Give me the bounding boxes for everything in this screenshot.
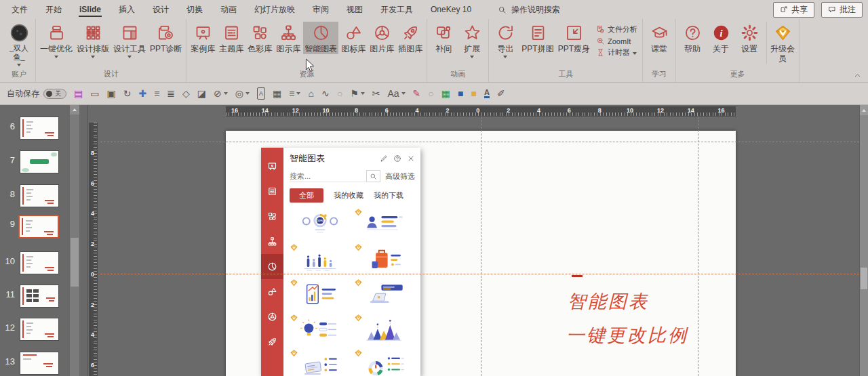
brush-icon[interactable]: ✎ [413, 88, 421, 99]
dialog-sidebar-smart-chart[interactable] [261, 254, 283, 279]
slide-thumbnail-6[interactable] [20, 117, 58, 139]
eyedropper-icon[interactable]: ✐ [497, 88, 505, 99]
close-icon[interactable] [407, 154, 415, 163]
dialog-sidebar-picture-lib[interactable] [261, 304, 283, 329]
dialog-sidebar-illustration-lib[interactable] [261, 329, 283, 354]
color-library-button[interactable]: 色彩库 [246, 22, 273, 54]
menu-tab-insert[interactable]: 插入 [110, 0, 144, 19]
column-chart-template[interactable] [290, 243, 351, 278]
tween-button[interactable]: 补间 [430, 22, 457, 54]
person-bar-chart-template[interactable] [354, 207, 416, 243]
slide-title-text[interactable]: 智能图表 [568, 289, 649, 314]
menu-tab-review[interactable]: 审阅 [304, 0, 338, 19]
scroll-up-button[interactable] [70, 105, 79, 114]
menu-tab-design[interactable]: 设计 [144, 0, 178, 19]
autosave-switch[interactable]: 关 [43, 89, 66, 99]
scrollbar-thumb[interactable] [861, 268, 867, 289]
save-icon[interactable]: ▤ [74, 88, 83, 99]
dialog-sidebar-case-lib[interactable] [261, 154, 283, 179]
suitcase-chart-template[interactable] [354, 243, 416, 278]
scroll-up-button[interactable] [860, 105, 868, 115]
ink-icon[interactable]: ∿ [321, 88, 330, 99]
design-layout-button[interactable]: 设计排版 [75, 22, 111, 59]
align-center-icon[interactable]: ≡ [154, 88, 159, 99]
dialog-tab-all[interactable]: 全部 [290, 188, 323, 203]
dialog-sidebar-color-lib[interactable] [261, 204, 283, 229]
dialog-sidebar-icon-lib[interactable] [261, 279, 283, 304]
ppt-diagnose-button[interactable]: PPT诊断 [149, 22, 183, 54]
table-style-icon[interactable]: ▦ [441, 88, 450, 99]
upgrade-vip-button[interactable]: 升级会员 [766, 22, 796, 64]
help-button[interactable]: 帮助 [679, 22, 706, 54]
ppt-slim-button[interactable]: PPT瘦身 [557, 22, 591, 54]
tell-me-search[interactable]: 操作说明搜索 [498, 4, 560, 16]
shape-fill-icon[interactable]: ◪ [197, 88, 206, 99]
no-outline-icon[interactable]: ⊘ [214, 88, 228, 99]
guide-vertical[interactable] [698, 117, 698, 376]
timer-button[interactable]: 计时器 [596, 47, 637, 58]
crop-icon[interactable]: ✂ [372, 88, 380, 99]
distribute-icon[interactable]: ≣ [167, 88, 175, 99]
slide-thumbnail-8[interactable] [20, 185, 58, 207]
slide-subtitle-text[interactable]: 一键更改比例 [566, 323, 688, 348]
menu-tab-file[interactable]: 文件 [3, 0, 37, 19]
fill-blue-icon[interactable]: ■ [458, 88, 463, 99]
search-button[interactable] [366, 170, 380, 182]
change-case-icon[interactable]: Aa [387, 88, 405, 99]
shape-icon[interactable]: ◇ [182, 88, 190, 99]
help-icon[interactable] [393, 154, 401, 163]
ppt-puzzle-button[interactable]: PPT拼图 [520, 22, 555, 54]
slide-thumbnail-11[interactable] [20, 285, 58, 307]
guide-horizontal[interactable] [100, 274, 859, 274]
picture-library-button[interactable]: 图片库 [368, 22, 395, 54]
export-button[interactable]: 导出 [492, 22, 519, 59]
icon-library-button[interactable]: 图标库 [340, 22, 367, 54]
font-color-icon[interactable]: A [484, 89, 490, 98]
about-button[interactable]: i关于 [707, 22, 734, 54]
menu-tab-islide[interactable]: iSlide [71, 0, 110, 19]
share-button[interactable]: 共享 [773, 2, 814, 18]
menu-tab-animations[interactable]: 动画 [212, 0, 245, 19]
dialog-tab-my-favorites[interactable]: 我的收藏 [334, 190, 363, 201]
donut-rocket-template[interactable] [354, 348, 416, 376]
one-key-optimize-button[interactable]: 一键优化 [39, 22, 74, 59]
move-anchor-icon[interactable]: ✚ [138, 88, 146, 99]
extend-button[interactable]: 扩展 [458, 22, 486, 59]
case-library-button[interactable]: 案例库 [189, 22, 216, 54]
classroom-button[interactable]: 课堂 [646, 22, 673, 54]
copy-shape-icon[interactable]: ▣ [106, 88, 115, 99]
edit-icon[interactable] [380, 154, 388, 163]
laptop-checklist-template[interactable] [354, 278, 416, 313]
illustration-library-button[interactable]: 插图库 [397, 22, 424, 54]
reset-icon[interactable]: ↻ [123, 88, 132, 99]
menu-tab-home[interactable]: 开始 [37, 0, 71, 19]
circle-icon[interactable]: ○ [428, 88, 433, 99]
search-input[interactable] [290, 171, 366, 182]
file-analysis-button[interactable]: 文件分析 [596, 24, 637, 35]
comments-button[interactable]: 批注 [821, 2, 863, 18]
menu-tab-devtools[interactable]: 开发工具 [372, 0, 422, 19]
insert-picture-icon[interactable]: ▦ [273, 88, 281, 99]
advanced-filter-link[interactable]: 高级筛选 [385, 171, 415, 182]
growth-chart-template[interactable] [290, 278, 351, 313]
slide-thumbnail-13[interactable] [20, 352, 58, 374]
screen-list-template[interactable] [290, 348, 351, 376]
fill-yellow-icon[interactable]: ■ [471, 88, 476, 99]
design-tools-button[interactable]: 设计工具 [112, 22, 147, 59]
smart-chart-button[interactable]: 智能图表 [303, 22, 338, 54]
protect-icon[interactable]: ⌂ [308, 88, 313, 99]
merge-shapes-icon[interactable]: ◎ [235, 88, 250, 99]
slide-thumbnail-9[interactable] [18, 215, 59, 238]
slide-thumbnail-10[interactable] [20, 252, 58, 274]
dialog-tab-my-downloads[interactable]: 我的下载 [374, 190, 403, 201]
menu-tab-transitions[interactable]: 切换 [178, 0, 212, 19]
disabled-circle-icon[interactable]: ○ [337, 88, 342, 99]
theme-library-button[interactable]: 主题库 [218, 22, 245, 54]
donut-chart-template[interactable]: 50% [290, 207, 351, 243]
slide-thumbnail-12[interactable] [20, 318, 58, 340]
export-flag-icon[interactable]: ⚑ [350, 88, 365, 99]
menu-tab-slideshow[interactable]: 幻灯片放映 [245, 0, 304, 19]
slideshow-icon[interactable]: ▭ [90, 88, 99, 99]
dialog-sidebar-theme-lib[interactable] [261, 179, 283, 204]
bulb-list-template[interactable] [290, 313, 351, 348]
